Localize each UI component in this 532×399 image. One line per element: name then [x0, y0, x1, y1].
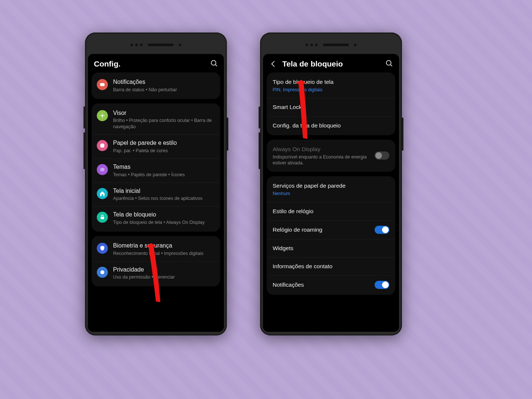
row-subtitle: Tipo de bloqueio de tela • Always On Dis…: [113, 219, 215, 226]
themes-icon: [97, 164, 108, 175]
row-title: Config. da tela de bloqueio: [273, 122, 389, 129]
svg-rect-8: [100, 144, 105, 148]
toggle-roaming[interactable]: [375, 226, 389, 234]
item-estilo-relogio[interactable]: Estilo de relógio: [267, 202, 395, 221]
item-relogio-roaming[interactable]: Relógio de roaming: [267, 221, 395, 239]
search-icon[interactable]: [385, 59, 393, 69]
row-title: Estilo de relógio: [273, 208, 389, 215]
row-subtitle: Nenhum: [273, 191, 389, 197]
svg-line-1: [215, 65, 217, 66]
settings-item-biometria[interactable]: Biometria e segurança Reconhecimento fac…: [92, 238, 220, 262]
home-icon: [97, 188, 108, 199]
item-servicos-papel-parede[interactable]: Serviços de papel de parede Nenhum: [267, 177, 395, 202]
wallpaper-icon: [97, 140, 108, 151]
settings-item-tela-bloqueio[interactable]: Tela de bloqueio Tipo de bloqueio de tel…: [92, 207, 220, 230]
row-title: Privacidade: [113, 266, 215, 274]
row-title: Temas: [113, 163, 215, 171]
phone-left: Config. Notificações Barra de status • N…: [85, 33, 227, 335]
row-title: Tela inicial: [113, 187, 215, 195]
settings-group: Visor Brilho • Proteção para conforto oc…: [92, 103, 220, 232]
header-lockscreen: Tela de bloqueio: [263, 54, 399, 72]
svg-rect-9: [100, 217, 104, 219]
svg-point-11: [386, 61, 391, 65]
phone-right: Tela de bloqueio Tipo de bloqueio de tel…: [260, 33, 402, 335]
display-icon: [97, 110, 108, 121]
settings-item-tela-inicial[interactable]: Tela inicial Aparência • Selos nos ícone…: [92, 183, 220, 207]
settings-group: Always On Display Indisponível enquanto …: [267, 140, 395, 172]
settings-item-notificacoes[interactable]: Notificações Barra de status • Não pertu…: [92, 74, 220, 98]
phone-top-hardware: [88, 35, 224, 54]
notifications-icon: [97, 79, 108, 90]
settings-group: Notificações Barra de status • Não pertu…: [92, 72, 220, 99]
item-informacoes-contato[interactable]: Informações de contato: [267, 258, 395, 276]
row-subtitle: Barra de status • Não perturbar: [113, 87, 215, 93]
settings-item-papel-parede[interactable]: Papel de parede e estilo Pap. par. • Pal…: [92, 135, 220, 159]
item-notificacoes[interactable]: Notificações: [267, 276, 395, 294]
row-title: Informações de contato: [273, 263, 389, 270]
settings-item-temas[interactable]: Temas Temas • Papéis de parede • Ícones: [92, 159, 220, 183]
row-subtitle: Brilho • Proteção para conforto ocular •…: [113, 117, 215, 130]
header-settings: Config.: [88, 54, 224, 72]
row-title: Smart Lock: [273, 103, 389, 111]
svg-point-10: [100, 270, 105, 274]
row-title: Notificações: [273, 281, 371, 289]
phone-top-hardware: [263, 35, 399, 54]
screen-settings: Config. Notificações Barra de status • N…: [88, 54, 224, 332]
screen-lockscreen-settings: Tela de bloqueio Tipo de bloqueio de tel…: [263, 54, 399, 332]
row-subtitle: PIN, Impressões digitais: [273, 87, 389, 93]
svg-point-3: [101, 115, 103, 116]
row-subtitle: Temas • Papéis de parede • Ícones: [113, 172, 215, 178]
toggle-notificacoes[interactable]: [375, 281, 389, 289]
item-tipo-bloqueio[interactable]: Tipo de bloqueio de tela PIN, Impressões…: [267, 73, 395, 98]
row-title: Biometria e segurança: [113, 242, 215, 250]
row-subtitle: Aparência • Selos nos ícones de aplicati…: [113, 195, 215, 202]
back-icon[interactable]: [269, 59, 278, 68]
row-title: Tela de bloqueio: [113, 211, 215, 219]
page-title: Config.: [94, 59, 205, 68]
shield-icon: [97, 243, 108, 254]
settings-group: Tipo de bloqueio de tela PIN, Impressões…: [267, 72, 395, 135]
page-title: Tela de bloqueio: [282, 59, 381, 68]
lock-icon: [97, 212, 108, 223]
row-subtitle: Pap. par. • Paleta de cores: [113, 148, 215, 154]
item-always-on-display: Always On Display Indisponível enquanto …: [267, 140, 395, 171]
row-title: Widgets: [273, 245, 389, 252]
search-icon[interactable]: [210, 59, 218, 69]
svg-rect-2: [100, 83, 105, 86]
row-title: Visor: [113, 109, 215, 117]
row-title: Always On Display: [273, 146, 371, 153]
settings-item-privacidade[interactable]: Privacidade Uso da permissão • Gerenciar: [92, 262, 220, 285]
item-smart-lock[interactable]: Smart Lock: [267, 98, 395, 116]
settings-group: Serviços de papel de parede Nenhum Estil…: [267, 176, 395, 295]
toggle-aod: [375, 151, 389, 160]
svg-line-12: [391, 65, 392, 66]
row-title: Notificações: [113, 78, 215, 86]
item-config-tela-bloqueio[interactable]: Config. da tela de bloqueio: [267, 117, 395, 134]
settings-item-visor[interactable]: Visor Brilho • Proteção para conforto oc…: [92, 105, 220, 135]
svg-point-0: [211, 61, 216, 65]
row-subtitle: Indisponível enquanto a Economia de ener…: [273, 154, 371, 166]
row-title: Relógio de roaming: [273, 226, 371, 233]
row-subtitle: Uso da permissão • Gerenciar: [113, 274, 215, 280]
settings-group: Biometria e segurança Reconhecimento fac…: [92, 236, 220, 286]
item-widgets[interactable]: Widgets: [267, 239, 395, 258]
row-subtitle: Reconhecimento facial • Impressões digit…: [113, 250, 215, 257]
row-title: Tipo de bloqueio de tela: [273, 78, 389, 86]
row-title: Papel de parede e estilo: [113, 139, 215, 147]
row-title: Serviços de papel de parede: [273, 182, 389, 190]
privacy-icon: [97, 267, 108, 278]
